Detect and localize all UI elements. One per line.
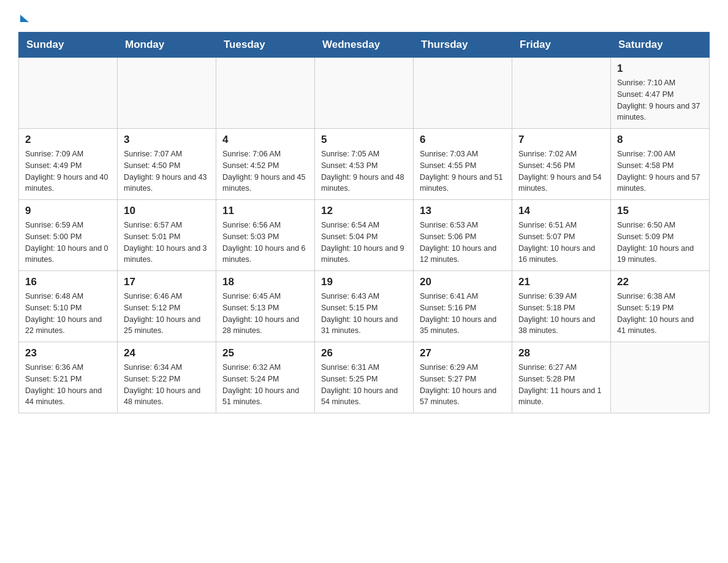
day-info: Sunrise: 6:27 AMSunset: 5:28 PMDaylight:… bbox=[518, 362, 604, 408]
day-info: Sunrise: 6:38 AMSunset: 5:19 PMDaylight:… bbox=[617, 291, 703, 337]
calendar-cell: 15Sunrise: 6:50 AMSunset: 5:09 PMDayligh… bbox=[611, 200, 710, 271]
calendar-cell: 10Sunrise: 6:57 AMSunset: 5:01 PMDayligh… bbox=[118, 200, 216, 271]
header-saturday: Saturday bbox=[611, 33, 710, 58]
calendar-cell bbox=[414, 58, 512, 129]
logo bbox=[18, 12, 29, 21]
calendar-cell: 21Sunrise: 6:39 AMSunset: 5:18 PMDayligh… bbox=[512, 271, 611, 342]
calendar-cell bbox=[512, 58, 611, 129]
header-wednesday: Wednesday bbox=[315, 33, 414, 58]
day-number: 27 bbox=[420, 347, 506, 359]
calendar-week-row: 9Sunrise: 6:59 AMSunset: 5:00 PMDaylight… bbox=[19, 200, 710, 271]
header-friday: Friday bbox=[512, 33, 611, 58]
calendar-week-row: 23Sunrise: 6:36 AMSunset: 5:21 PMDayligh… bbox=[19, 342, 710, 413]
day-info: Sunrise: 6:54 AMSunset: 5:04 PMDaylight:… bbox=[321, 220, 407, 266]
day-info: Sunrise: 6:32 AMSunset: 5:24 PMDaylight:… bbox=[222, 362, 308, 408]
day-number: 28 bbox=[518, 347, 604, 359]
day-number: 15 bbox=[617, 205, 703, 217]
calendar-cell: 2Sunrise: 7:09 AMSunset: 4:49 PMDaylight… bbox=[19, 129, 118, 200]
day-info: Sunrise: 6:36 AMSunset: 5:21 PMDaylight:… bbox=[25, 362, 111, 408]
day-number: 22 bbox=[617, 276, 703, 288]
calendar-cell: 5Sunrise: 7:05 AMSunset: 4:53 PMDaylight… bbox=[315, 129, 414, 200]
day-number: 17 bbox=[124, 276, 210, 288]
day-info: Sunrise: 6:34 AMSunset: 5:22 PMDaylight:… bbox=[124, 362, 210, 408]
calendar-cell bbox=[611, 342, 710, 413]
day-info: Sunrise: 6:59 AMSunset: 5:00 PMDaylight:… bbox=[25, 220, 111, 266]
calendar-cell: 28Sunrise: 6:27 AMSunset: 5:28 PMDayligh… bbox=[512, 342, 611, 413]
day-number: 20 bbox=[420, 276, 506, 288]
day-info: Sunrise: 6:57 AMSunset: 5:01 PMDaylight:… bbox=[124, 220, 210, 266]
day-info: Sunrise: 6:48 AMSunset: 5:10 PMDaylight:… bbox=[25, 291, 111, 337]
calendar-cell: 27Sunrise: 6:29 AMSunset: 5:27 PMDayligh… bbox=[414, 342, 512, 413]
calendar-cell: 4Sunrise: 7:06 AMSunset: 4:52 PMDaylight… bbox=[216, 129, 315, 200]
day-info: Sunrise: 7:02 AMSunset: 4:56 PMDaylight:… bbox=[518, 148, 604, 194]
day-info: Sunrise: 6:39 AMSunset: 5:18 PMDaylight:… bbox=[518, 291, 604, 337]
day-info: Sunrise: 7:07 AMSunset: 4:50 PMDaylight:… bbox=[124, 148, 210, 194]
calendar-week-row: 16Sunrise: 6:48 AMSunset: 5:10 PMDayligh… bbox=[19, 271, 710, 342]
calendar-cell: 25Sunrise: 6:32 AMSunset: 5:24 PMDayligh… bbox=[216, 342, 315, 413]
calendar-cell: 12Sunrise: 6:54 AMSunset: 5:04 PMDayligh… bbox=[315, 200, 414, 271]
day-info: Sunrise: 6:46 AMSunset: 5:12 PMDaylight:… bbox=[124, 291, 210, 337]
calendar-cell: 18Sunrise: 6:45 AMSunset: 5:13 PMDayligh… bbox=[216, 271, 315, 342]
header-sunday: Sunday bbox=[19, 33, 118, 58]
day-number: 21 bbox=[518, 276, 604, 288]
day-number: 13 bbox=[420, 205, 506, 217]
day-number: 25 bbox=[222, 347, 308, 359]
day-info: Sunrise: 6:56 AMSunset: 5:03 PMDaylight:… bbox=[222, 220, 308, 266]
calendar-cell: 22Sunrise: 6:38 AMSunset: 5:19 PMDayligh… bbox=[611, 271, 710, 342]
day-number: 18 bbox=[222, 276, 308, 288]
calendar-week-row: 1Sunrise: 7:10 AMSunset: 4:47 PMDaylight… bbox=[19, 58, 710, 129]
calendar-header-row: Sunday Monday Tuesday Wednesday Thursday… bbox=[19, 33, 710, 58]
day-number: 8 bbox=[617, 134, 703, 146]
calendar-cell: 23Sunrise: 6:36 AMSunset: 5:21 PMDayligh… bbox=[19, 342, 118, 413]
day-number: 1 bbox=[617, 63, 703, 75]
day-number: 5 bbox=[321, 134, 407, 146]
day-number: 24 bbox=[124, 347, 210, 359]
day-info: Sunrise: 7:03 AMSunset: 4:55 PMDaylight:… bbox=[420, 148, 506, 194]
day-number: 3 bbox=[124, 134, 210, 146]
day-number: 16 bbox=[25, 276, 111, 288]
calendar-week-row: 2Sunrise: 7:09 AMSunset: 4:49 PMDaylight… bbox=[19, 129, 710, 200]
calendar-cell: 26Sunrise: 6:31 AMSunset: 5:25 PMDayligh… bbox=[315, 342, 414, 413]
page-header bbox=[18, 12, 710, 21]
calendar-cell: 11Sunrise: 6:56 AMSunset: 5:03 PMDayligh… bbox=[216, 200, 315, 271]
calendar-cell: 24Sunrise: 6:34 AMSunset: 5:22 PMDayligh… bbox=[118, 342, 216, 413]
calendar-cell: 19Sunrise: 6:43 AMSunset: 5:15 PMDayligh… bbox=[315, 271, 414, 342]
calendar-cell: 17Sunrise: 6:46 AMSunset: 5:12 PMDayligh… bbox=[118, 271, 216, 342]
calendar-cell: 9Sunrise: 6:59 AMSunset: 5:00 PMDaylight… bbox=[19, 200, 118, 271]
calendar-cell bbox=[315, 58, 414, 129]
day-number: 4 bbox=[222, 134, 308, 146]
header-thursday: Thursday bbox=[414, 33, 512, 58]
calendar-cell: 16Sunrise: 6:48 AMSunset: 5:10 PMDayligh… bbox=[19, 271, 118, 342]
day-info: Sunrise: 7:06 AMSunset: 4:52 PMDaylight:… bbox=[222, 148, 308, 194]
logo-triangle-icon bbox=[20, 15, 29, 22]
day-info: Sunrise: 6:31 AMSunset: 5:25 PMDaylight:… bbox=[321, 362, 407, 408]
calendar-cell: 6Sunrise: 7:03 AMSunset: 4:55 PMDaylight… bbox=[414, 129, 512, 200]
day-number: 9 bbox=[25, 205, 111, 217]
calendar-cell: 1Sunrise: 7:10 AMSunset: 4:47 PMDaylight… bbox=[611, 58, 710, 129]
day-number: 23 bbox=[25, 347, 111, 359]
day-info: Sunrise: 7:05 AMSunset: 4:53 PMDaylight:… bbox=[321, 148, 407, 194]
calendar-cell bbox=[19, 58, 118, 129]
day-info: Sunrise: 6:53 AMSunset: 5:06 PMDaylight:… bbox=[420, 220, 506, 266]
day-info: Sunrise: 6:41 AMSunset: 5:16 PMDaylight:… bbox=[420, 291, 506, 337]
day-info: Sunrise: 7:10 AMSunset: 4:47 PMDaylight:… bbox=[617, 77, 703, 123]
calendar-table: Sunday Monday Tuesday Wednesday Thursday… bbox=[18, 32, 710, 413]
calendar-cell: 20Sunrise: 6:41 AMSunset: 5:16 PMDayligh… bbox=[414, 271, 512, 342]
header-tuesday: Tuesday bbox=[216, 33, 315, 58]
calendar-cell bbox=[118, 58, 216, 129]
day-info: Sunrise: 6:29 AMSunset: 5:27 PMDaylight:… bbox=[420, 362, 506, 408]
day-number: 14 bbox=[518, 205, 604, 217]
day-number: 2 bbox=[25, 134, 111, 146]
day-number: 6 bbox=[420, 134, 506, 146]
calendar-cell bbox=[216, 58, 315, 129]
day-info: Sunrise: 7:00 AMSunset: 4:58 PMDaylight:… bbox=[617, 148, 703, 194]
day-number: 10 bbox=[124, 205, 210, 217]
day-number: 12 bbox=[321, 205, 407, 217]
header-monday: Monday bbox=[118, 33, 216, 58]
day-info: Sunrise: 6:43 AMSunset: 5:15 PMDaylight:… bbox=[321, 291, 407, 337]
day-number: 11 bbox=[222, 205, 308, 217]
day-number: 26 bbox=[321, 347, 407, 359]
calendar-cell: 7Sunrise: 7:02 AMSunset: 4:56 PMDaylight… bbox=[512, 129, 611, 200]
day-info: Sunrise: 7:09 AMSunset: 4:49 PMDaylight:… bbox=[25, 148, 111, 194]
calendar-cell: 14Sunrise: 6:51 AMSunset: 5:07 PMDayligh… bbox=[512, 200, 611, 271]
